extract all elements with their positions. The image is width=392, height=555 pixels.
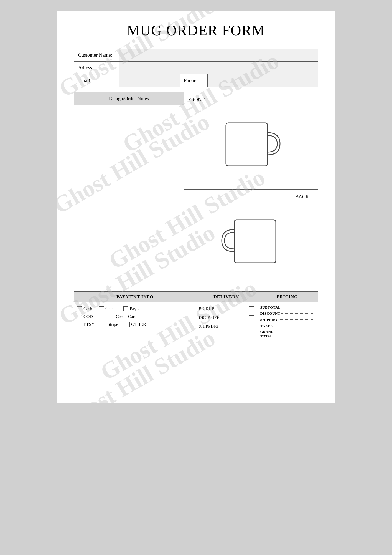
payment-header-row: PAYMENT INFO DELIVERY PRICING xyxy=(74,292,318,302)
discount-dots xyxy=(281,313,313,314)
check-checkbox-item[interactable]: Check xyxy=(99,306,117,311)
page: Ghost Hill Studio Ghost Hill Studio Ghos… xyxy=(57,11,335,403)
pickup-checkbox[interactable] xyxy=(249,306,254,311)
phone-input[interactable] xyxy=(207,74,318,87)
cod-label: COD xyxy=(83,314,93,319)
phone-label: Phone: xyxy=(180,74,207,87)
delivery-header: DELIVERY xyxy=(196,292,257,302)
dropoff-label: DROP OFF xyxy=(199,316,219,320)
stripe-checkbox[interactable] xyxy=(101,322,106,327)
subtotal-item: SUBTOTAL xyxy=(260,305,315,310)
cash-checkbox[interactable] xyxy=(77,306,82,311)
shipping-pricing-item: SHIPPING xyxy=(260,317,315,322)
middle-section: Design/Order Notes FRONT: xyxy=(74,92,318,286)
dropoff-checkbox[interactable] xyxy=(249,315,254,320)
credit-card-label: Credit Card xyxy=(116,314,137,319)
address-label: Adress: xyxy=(74,62,119,74)
subtotal-dots xyxy=(282,307,313,307)
address-input[interactable] xyxy=(119,62,318,74)
grand-total-item: GRANDTOTAL xyxy=(260,330,315,338)
grand-total-label: GRANDTOTAL xyxy=(260,330,274,338)
mug-drawings-column: FRONT: BACK: xyxy=(184,92,318,286)
back-mug-section: BACK: xyxy=(184,190,318,286)
shipping-pricing-label: SHIPPING xyxy=(260,317,279,322)
name-row: Customer Name: xyxy=(74,49,318,62)
name-input[interactable] xyxy=(119,49,318,61)
payment-section: PAYMENT INFO DELIVERY PRICING Cash Check xyxy=(74,291,318,347)
discount-item: DISCOUNT xyxy=(260,311,315,316)
front-mug-drawing xyxy=(188,105,313,185)
pricing-col: SUBTOTAL DISCOUNT SHIPPING TAXES GRANDTO… xyxy=(257,302,318,347)
name-label: Customer Name: xyxy=(74,49,119,61)
check-checkbox[interactable] xyxy=(99,306,104,311)
paypal-label: Paypal xyxy=(130,306,142,311)
back-label: BACK: xyxy=(295,194,310,200)
etsy-checkbox[interactable] xyxy=(77,322,82,327)
check-label: Check xyxy=(105,306,117,311)
customer-info-box: Customer Name: Adress: Email: Phone: xyxy=(74,49,318,87)
svg-rect-1 xyxy=(234,220,276,263)
cash-label: Cash xyxy=(83,306,92,311)
other-checkbox[interactable] xyxy=(125,322,130,327)
email-phone-row: Email: Phone: xyxy=(74,74,318,87)
page-title: MUG ORDER FORM xyxy=(74,22,318,39)
design-notes-body xyxy=(74,105,184,286)
subtotal-label: SUBTOTAL xyxy=(260,305,281,310)
paypal-checkbox[interactable] xyxy=(123,306,128,311)
stripe-checkbox-item[interactable]: Stripe xyxy=(101,322,118,327)
payment-row-1: Cash Check Paypal xyxy=(77,306,193,311)
credit-card-checkbox-item[interactable]: Credit Card xyxy=(110,314,137,319)
payment-row-2: COD Credit Card xyxy=(77,314,193,319)
address-row: Adress: xyxy=(74,62,318,74)
pricing-header: PRICING xyxy=(257,292,318,302)
etsy-checkbox-item[interactable]: ETSY xyxy=(77,322,95,327)
cash-checkbox-item[interactable]: Cash xyxy=(77,306,92,311)
email-input[interactable] xyxy=(119,74,180,87)
pickup-label: PICKUP xyxy=(199,307,214,311)
shipping-pricing-dots xyxy=(280,319,313,320)
grand-total-dots xyxy=(274,334,313,334)
shipping-delivery-label: SHIPPING xyxy=(199,324,218,329)
design-notes-textarea[interactable] xyxy=(77,108,181,283)
payment-body-row: Cash Check Paypal COD xyxy=(74,302,318,347)
design-notes-column: Design/Order Notes xyxy=(74,92,184,286)
back-mug-drawing xyxy=(188,203,313,282)
front-label: FRONT: xyxy=(188,97,206,103)
paypal-checkbox-item[interactable]: Paypal xyxy=(123,306,142,311)
cod-checkbox[interactable] xyxy=(77,314,82,319)
email-label: Email: xyxy=(74,74,119,87)
taxes-item: TAXES xyxy=(260,324,315,328)
taxes-dots xyxy=(274,326,313,326)
back-mug-svg xyxy=(220,214,281,270)
shipping-delivery-checkbox[interactable] xyxy=(249,324,254,329)
credit-card-checkbox[interactable] xyxy=(110,314,114,319)
shipping-delivery-item: SHIPPING xyxy=(199,324,254,329)
other-checkbox-item[interactable]: OTHER xyxy=(125,322,146,327)
cod-checkbox-item[interactable]: COD xyxy=(77,314,93,319)
payment-row-3: ETSY Stripe OTHER xyxy=(77,322,193,327)
stripe-label: Stripe xyxy=(108,322,118,327)
dropoff-item: DROP OFF xyxy=(199,315,254,320)
front-mug-svg xyxy=(220,117,281,173)
taxes-label: TAXES xyxy=(260,324,273,328)
payment-info-header: PAYMENT INFO xyxy=(74,292,196,302)
etsy-label: ETSY xyxy=(83,322,95,327)
other-label: OTHER xyxy=(131,322,146,327)
design-notes-header: Design/Order Notes xyxy=(74,92,184,105)
payment-checkboxes-col: Cash Check Paypal COD xyxy=(74,302,196,347)
svg-rect-0 xyxy=(226,123,268,166)
pickup-item: PICKUP xyxy=(199,306,254,311)
delivery-col: PICKUP DROP OFF SHIPPING xyxy=(196,302,257,347)
front-mug-section: FRONT: xyxy=(184,92,318,190)
discount-label: DISCOUNT xyxy=(260,311,281,316)
